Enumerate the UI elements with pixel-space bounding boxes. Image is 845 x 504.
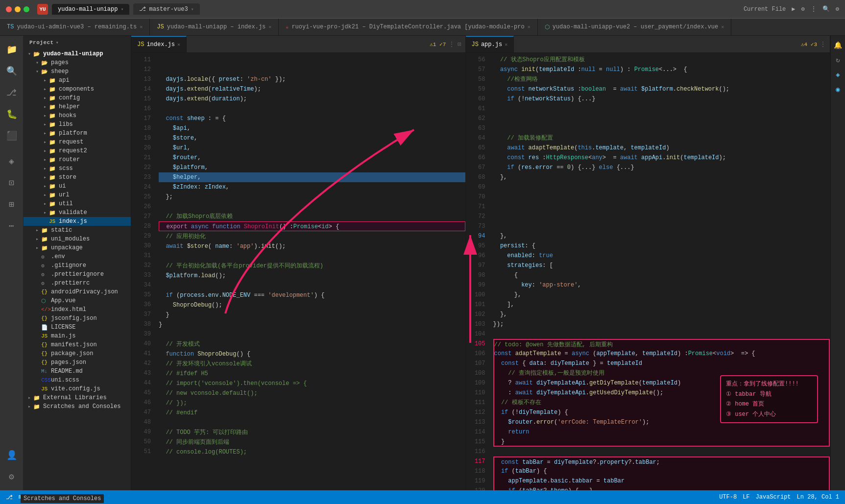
- activity-settings[interactable]: ⚙: [2, 467, 22, 486]
- left-code-lines[interactable]: dayjs.locale({ preset: 'zh-cn' }); dayjs…: [155, 53, 465, 490]
- activity-files[interactable]: 📁: [2, 40, 22, 59]
- tree-request[interactable]: ▸ 📁 request: [24, 138, 131, 146]
- tree-gitignore[interactable]: ⚙ .gitignore: [24, 261, 131, 270]
- left-code-content[interactable]: 1112131415 1617181920 2122232425 2627282…: [131, 53, 465, 490]
- tree-prettierignore[interactable]: ⚙ .prettierignore: [24, 270, 131, 279]
- tree-unpackage[interactable]: ▸ 📁 unpackage: [24, 243, 131, 252]
- status-encoding[interactable]: UTF-8: [719, 494, 737, 501]
- tree-scratches[interactable]: ▸ 📁 Scratches and Consoles: [24, 402, 131, 411]
- tree-license[interactable]: 📄 LICENSE: [24, 323, 131, 332]
- maximize-button[interactable]: [24, 6, 29, 12]
- activity-extra2[interactable]: ⊡: [2, 173, 22, 192]
- tree-store[interactable]: ▸ 📁 store: [24, 173, 131, 182]
- more-icon[interactable]: ⋮: [811, 5, 817, 13]
- activity-search[interactable]: 🔍: [2, 61, 22, 81]
- right-bar-user[interactable]: ◈: [833, 69, 844, 80]
- branch-label: master-vue3: [149, 6, 188, 13]
- title-tab-branch[interactable]: ⎇ master-vue3 ▾: [133, 3, 199, 15]
- tree-readme[interactable]: M↓ README.md: [24, 367, 131, 376]
- code-line: // 开发模式: [159, 339, 465, 349]
- current-file-label[interactable]: Current File: [744, 6, 786, 13]
- activity-user[interactable]: 👤: [2, 445, 22, 465]
- tree-platform[interactable]: ▸ 📁 platform: [24, 129, 131, 138]
- tree-androidprivacy[interactable]: {} androidPrivacy.json: [24, 288, 131, 296]
- tree-label-static: static: [51, 227, 72, 234]
- tree-components[interactable]: ▸ 📁 components: [24, 85, 131, 94]
- right-code-content[interactable]: 5657585960 6162636465 6667686970 7172739…: [466, 53, 830, 490]
- right-bar-sync[interactable]: ↻: [833, 54, 844, 65]
- activity-debug[interactable]: 🐛: [2, 104, 22, 124]
- status-line-ending[interactable]: LF: [743, 494, 749, 501]
- search-icon[interactable]: 🔍: [822, 5, 830, 13]
- right-pane-tab-close[interactable]: ✕: [505, 42, 507, 48]
- activity-extra4[interactable]: ⋯: [2, 216, 22, 236]
- css-icon-uni: CSS: [41, 377, 49, 383]
- activity-git[interactable]: ⎇: [2, 83, 22, 102]
- left-pane-tab-close[interactable]: ✕: [177, 42, 180, 48]
- tree-api[interactable]: ▸ 📁 api: [24, 76, 131, 85]
- tree-uni-modules[interactable]: ▸ 📁 uni_modules: [24, 235, 131, 243]
- tab-close-2[interactable]: ✕: [528, 24, 531, 30]
- tree-pages[interactable]: ▾ 📂 pages: [24, 58, 131, 67]
- pane-action-more[interactable]: ⋮: [449, 41, 455, 48]
- right-pane-tab-active[interactable]: JS app.js ✕: [466, 36, 514, 52]
- code-line: [493, 104, 830, 114]
- title-tab-app[interactable]: yudao-mall-uniapp ▾: [52, 4, 129, 15]
- tree-util[interactable]: ▸ 📁 util: [24, 199, 131, 208]
- tree-package[interactable]: {} package.json: [24, 349, 131, 358]
- tree-sheep[interactable]: ▾ 📂 sheep: [24, 67, 131, 76]
- tree-helper[interactable]: ▸ 📁 helper: [24, 102, 131, 111]
- tree-router[interactable]: ▸ 📁 router: [24, 155, 131, 164]
- tree-index-js[interactable]: JS index.js: [24, 217, 131, 226]
- tree-pages-json[interactable]: {} pages.json: [24, 358, 131, 367]
- tree-index-html[interactable]: </> index.html: [24, 305, 131, 314]
- close-button[interactable]: [6, 6, 12, 12]
- run-icon[interactable]: ▶: [792, 5, 795, 13]
- folder-icon-external-libs: 📁: [33, 395, 41, 401]
- tree-env[interactable]: ⚙ .env: [24, 252, 131, 261]
- tree-hooks[interactable]: ▸ 📁 hooks: [24, 111, 131, 120]
- tab-close-1[interactable]: ✕: [268, 24, 271, 30]
- tree-external-libs[interactable]: ▸ 📁 External Libraries: [24, 393, 131, 402]
- tab-close-3[interactable]: ✕: [721, 24, 724, 30]
- tree-static[interactable]: ▸ 📁 static: [24, 226, 131, 235]
- left-pane-tab-active[interactable]: JS index.js ✕: [131, 36, 187, 52]
- editor-tab-3[interactable]: ⬡ yudao-mall-uniapp-vue2 – user_payment/…: [538, 19, 732, 35]
- tree-manifest[interactable]: {} manifest.json: [24, 340, 131, 349]
- editor-tab-0[interactable]: TS yudao-ui-admin-vue3 – remaining.ts ✕: [0, 19, 150, 35]
- app-icon: YU: [37, 4, 48, 15]
- gear-icon[interactable]: ⚙: [836, 5, 839, 13]
- right-bar-notifications[interactable]: 🔔: [833, 40, 844, 50]
- activity-extensions[interactable]: ⬛: [2, 126, 22, 145]
- tree-uni-scss[interactable]: CSS uni.scss: [24, 376, 131, 384]
- minimize-button[interactable]: [15, 6, 21, 12]
- right-code-lines[interactable]: // 状态Shopro应用配置和模板 async init(templateId…: [489, 53, 830, 490]
- tree-vite-config[interactable]: JS vite.config.js: [24, 384, 131, 393]
- tree-main-js[interactable]: JS main.js: [24, 332, 131, 340]
- status-language[interactable]: JavaScript: [756, 494, 791, 501]
- tree-prettierrc[interactable]: ⚙ .prettierrc: [24, 279, 131, 288]
- scratches-consoles-label[interactable]: Scratches and Consoles: [21, 494, 104, 503]
- editor-tab-2[interactable]: ☕ ruoyi-vue-pro-jdk21 – DiyTemplateContr…: [279, 19, 537, 35]
- tree-app-vue[interactable]: ⬡ App.vue: [24, 296, 131, 305]
- code-line: // new vconsole.default();: [159, 388, 465, 398]
- tree-config[interactable]: ▸ 📁 config: [24, 94, 131, 102]
- tree-request2[interactable]: ▸ 📁 request2: [24, 146, 131, 155]
- right-bar-pin[interactable]: ◉: [833, 84, 844, 95]
- activity-extra3[interactable]: ⊞: [2, 194, 22, 214]
- tree-scss[interactable]: ▸ 📁 scss: [24, 164, 131, 173]
- tree-libs[interactable]: ▸ 📁 libs: [24, 120, 131, 129]
- code-line: await $store( name: 'app').init();: [159, 241, 465, 251]
- tree-jsconfig[interactable]: {} jsconfig.json: [24, 314, 131, 323]
- tab-close-0[interactable]: ✕: [140, 24, 143, 30]
- editor-tab-1[interactable]: JS yudao-mall-uniapp – index.js ✕: [150, 19, 279, 35]
- tree-url[interactable]: ▸ 📁 url: [24, 191, 131, 199]
- right-pane-action-more[interactable]: ⋮: [820, 41, 826, 48]
- tree-ui[interactable]: ▸ 📁 ui: [24, 182, 131, 191]
- sidebar-chevron[interactable]: ▾: [56, 40, 59, 46]
- tree-validate[interactable]: ▸ 📁 validate: [24, 208, 131, 217]
- settings-icon[interactable]: ⚙: [801, 5, 805, 13]
- activity-extra1[interactable]: ◈: [2, 151, 22, 171]
- pane-action-split[interactable]: ⊡: [458, 41, 461, 48]
- tree-root[interactable]: ▾ 📂 yudao-mall-uniapp: [24, 49, 131, 58]
